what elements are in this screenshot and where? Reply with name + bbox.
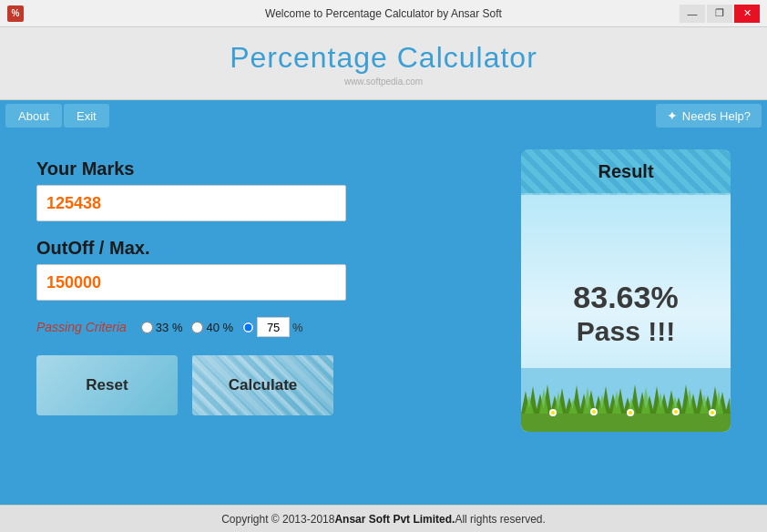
footer: Copyright © 2013-2018 Ansar Soft Pvt Lim… bbox=[0, 505, 767, 532]
maximize-button[interactable]: ❐ bbox=[707, 5, 732, 23]
svg-point-48 bbox=[592, 410, 596, 414]
result-header: Result bbox=[521, 149, 731, 195]
passing-criteria-label: Passing Criteria bbox=[36, 320, 127, 334]
header: Percentage Calculator www.softpedia.com bbox=[0, 27, 767, 100]
needs-help-button[interactable]: ✦ Needs Help? bbox=[656, 104, 762, 128]
gear-icon: ✦ bbox=[667, 108, 678, 123]
radio-custom[interactable]: % bbox=[242, 317, 303, 337]
about-button[interactable]: About bbox=[5, 104, 62, 128]
result-panel: Result 83.63% Pass !!! bbox=[521, 149, 731, 432]
marks-label: Your Marks bbox=[36, 159, 494, 179]
outof-input[interactable] bbox=[36, 264, 346, 301]
radio-33[interactable]: 33 % bbox=[141, 321, 183, 334]
result-grass-decoration bbox=[521, 368, 731, 432]
marks-input[interactable] bbox=[36, 185, 346, 221]
outof-label: OutOff / Max. bbox=[36, 238, 494, 259]
svg-point-54 bbox=[711, 411, 714, 414]
svg-point-50 bbox=[629, 411, 632, 414]
radio-40[interactable]: 40 % bbox=[191, 321, 233, 334]
passing-criteria-row: Passing Criteria 33 % 40 % % bbox=[36, 317, 494, 337]
footer-text2: All rights reserved. bbox=[455, 513, 545, 526]
calculate-button[interactable]: Calculate bbox=[192, 355, 333, 415]
buttons-row: Reset Calculate bbox=[36, 355, 494, 415]
reset-button[interactable]: Reset bbox=[36, 355, 178, 415]
watermark: www.softpedia.com bbox=[344, 77, 423, 87]
title-bar: % Welcome to Percentage Calculator by An… bbox=[0, 0, 767, 27]
footer-company: Ansar Soft Pvt Limited. bbox=[334, 513, 455, 526]
needs-help-label: Needs Help? bbox=[682, 109, 751, 123]
result-percentage: 83.63% bbox=[573, 279, 678, 316]
percent-sign: % bbox=[292, 321, 303, 334]
app-icon: % bbox=[7, 5, 24, 22]
menu-bar: About Exit ✦ Needs Help? bbox=[0, 100, 767, 131]
result-status: Pass !!! bbox=[577, 315, 675, 348]
left-panel: Your Marks OutOff / Max. Passing Criteri… bbox=[36, 149, 494, 415]
window-controls: — ❐ ✕ bbox=[680, 5, 760, 23]
main-content: Your Marks OutOff / Max. Passing Criteri… bbox=[0, 131, 767, 505]
svg-point-46 bbox=[551, 411, 555, 414]
result-body: 83.63% Pass !!! bbox=[521, 195, 731, 432]
footer-text1: Copyright © 2013-2018 bbox=[221, 513, 334, 526]
minimize-button[interactable]: — bbox=[680, 5, 705, 23]
custom-percent-input[interactable] bbox=[257, 317, 290, 337]
exit-button[interactable]: Exit bbox=[64, 104, 109, 128]
window-title: Welcome to Percentage Calculator by Ansa… bbox=[0, 7, 767, 20]
svg-rect-1 bbox=[521, 414, 731, 432]
close-button[interactable]: ✕ bbox=[734, 5, 760, 23]
app-title: Percentage Calculator bbox=[230, 41, 537, 75]
svg-point-52 bbox=[674, 410, 678, 414]
